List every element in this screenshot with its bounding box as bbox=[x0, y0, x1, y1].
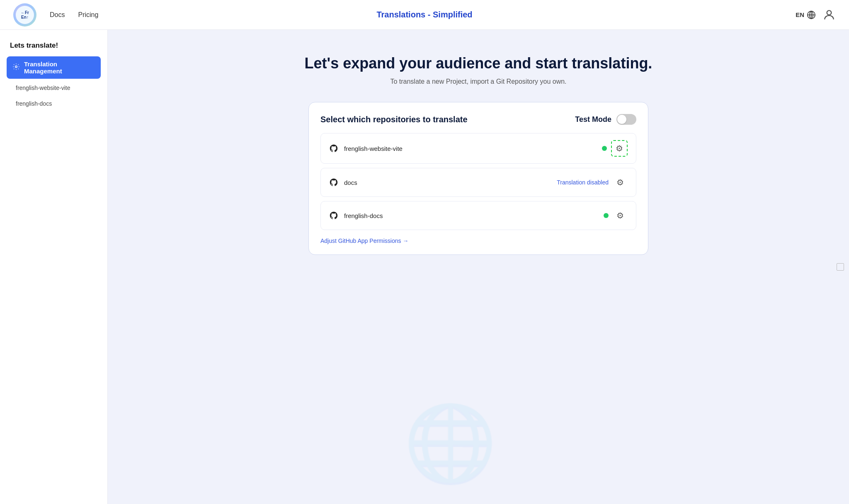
gear-button-3[interactable]: ⚙ bbox=[613, 208, 628, 223]
hero-title: Let's expand your audience and start tra… bbox=[305, 55, 653, 72]
translation-management-icon bbox=[12, 63, 20, 72]
navbar-center: Translations - Simplified bbox=[376, 10, 472, 19]
repo-name-2: docs bbox=[344, 179, 551, 186]
hero-subtitle: To translate a new Project, import a Git… bbox=[390, 78, 566, 85]
status-dot-1 bbox=[602, 146, 607, 151]
scroll-indicator bbox=[837, 263, 844, 271]
pricing-link[interactable]: Pricing bbox=[78, 11, 98, 19]
repo-name-3: frenglish-docs bbox=[344, 212, 598, 219]
globe-icon bbox=[807, 10, 816, 19]
sidebar-item-tm-label: Translation Management bbox=[24, 61, 95, 75]
logo[interactable]: ←FrEn↑ bbox=[13, 3, 36, 27]
repo-name-1: frenglish-website-vite bbox=[344, 145, 596, 152]
github-icon-3 bbox=[329, 211, 338, 220]
gear-button-2[interactable]: ⚙ bbox=[613, 175, 628, 190]
gear-btn-wrapper-1: ⚙ bbox=[611, 140, 628, 157]
repo-actions-1: ⚙ bbox=[602, 140, 628, 157]
sidebar: Lets translate! Translation Management f… bbox=[0, 30, 108, 504]
sidebar-subitem-frenglish-docs[interactable]: frenglish-docs bbox=[7, 96, 101, 111]
repo-actions-2: Translation disabled ⚙ bbox=[557, 175, 628, 190]
sidebar-item-translation-management[interactable]: Translation Management bbox=[7, 56, 101, 79]
repo-row-2: docs Translation disabled ⚙ bbox=[320, 168, 636, 197]
navbar-title: Translations - Simplified bbox=[376, 10, 472, 19]
sidebar-subitem-frenglish-website-vite[interactable]: frenglish-website-vite bbox=[7, 80, 101, 95]
user-icon[interactable] bbox=[822, 8, 836, 22]
card-title: Select which repositories to translate bbox=[320, 115, 468, 124]
sidebar-subitem-label-2: frenglish-docs bbox=[16, 100, 52, 107]
repo-actions-3: ⚙ bbox=[604, 208, 628, 223]
test-mode-label: Test Mode bbox=[575, 115, 611, 124]
repo-card: Select which repositories to translate T… bbox=[308, 102, 648, 255]
card-header: Select which repositories to translate T… bbox=[320, 114, 636, 125]
translation-disabled-text[interactable]: Translation disabled bbox=[557, 179, 609, 186]
gear-button-1[interactable]: ⚙ bbox=[612, 141, 627, 156]
github-icon-2 bbox=[329, 178, 338, 187]
test-mode-toggle[interactable] bbox=[616, 114, 636, 125]
logo-inner: ←FrEn↑ bbox=[16, 6, 34, 24]
lang-text: EN bbox=[796, 11, 804, 18]
app-body: Lets translate! Translation Management f… bbox=[0, 30, 849, 504]
adjust-github-link[interactable]: Adjust GitHub App Permissions → bbox=[320, 237, 408, 244]
lang-selector[interactable]: EN bbox=[796, 10, 816, 19]
sidebar-subitem-label-1: frenglish-website-vite bbox=[16, 85, 70, 91]
navbar: ←FrEn↑ Docs Pricing Translations - Simpl… bbox=[0, 0, 849, 30]
navbar-right: EN bbox=[796, 8, 836, 22]
github-icon-1 bbox=[329, 144, 338, 153]
svg-point-4 bbox=[827, 10, 832, 15]
toggle-knob bbox=[617, 115, 626, 124]
sidebar-heading: Lets translate! bbox=[7, 41, 101, 50]
test-mode-row: Test Mode bbox=[575, 114, 636, 125]
svg-point-5 bbox=[15, 66, 17, 68]
status-dot-3 bbox=[604, 213, 609, 218]
repo-row-3: frenglish-docs ⚙ bbox=[320, 201, 636, 230]
navbar-left: ←FrEn↑ Docs Pricing bbox=[13, 3, 98, 27]
bg-decoration: 🌐 bbox=[404, 400, 497, 487]
repo-row-1: frenglish-website-vite ⚙ bbox=[320, 133, 636, 164]
docs-link[interactable]: Docs bbox=[50, 11, 65, 19]
main-content: 🌐 Let's expand your audience and start t… bbox=[108, 30, 849, 504]
